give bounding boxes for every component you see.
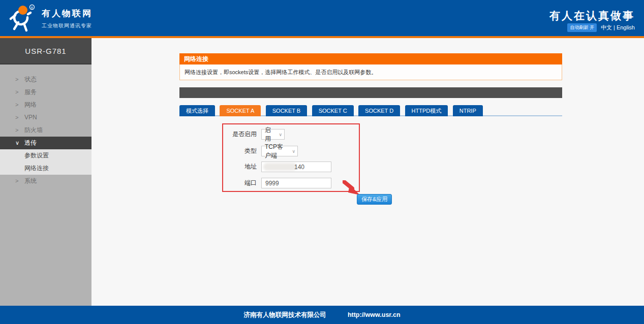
chevron-right-icon: > <box>15 111 24 124</box>
header-accent-strip <box>0 36 644 38</box>
tab-httpd-mode[interactable]: HTTPD模式 <box>405 105 448 116</box>
tab-ntrip[interactable]: NTRIP <box>453 105 483 116</box>
sidebar-item-parameter-settings[interactable]: 参数设置 <box>0 149 91 162</box>
device-name: USR-G781 <box>0 38 91 64</box>
sidebar-item-services[interactable]: >服务 <box>0 86 91 99</box>
annotation-rectangle: 是否启用 启用 ∨ 类型 TCP客户端 ∨ 地址 140 端口 <box>222 123 360 192</box>
chevron-right-icon: > <box>15 73 24 86</box>
logo: R 有人物联网 工业物联网通讯专家 <box>7 3 93 34</box>
tab-socket-d[interactable]: SOCKET D <box>358 105 400 116</box>
type-select[interactable]: TCP客户端 ∨ <box>261 146 298 156</box>
tab-mode-select[interactable]: 模式选择 <box>179 105 215 116</box>
language-switch[interactable]: 中文 | English <box>601 24 635 31</box>
footer-url: http://www.usr.cn <box>348 311 401 318</box>
chevron-right-icon: > <box>15 86 24 99</box>
page-description: 网络连接设置，即sockets设置，选择网络工作模式、是否启用以及联网参数。 <box>179 64 562 80</box>
tab-socket-a[interactable]: SOCKET A <box>220 105 261 116</box>
top-header: R 有人物联网 工业物联网通讯专家 有人在认真做事 自动刷新 开 中文 | En… <box>0 0 644 36</box>
logo-subtitle: 工业物联网通讯专家 <box>42 22 93 29</box>
chevron-down-icon: ∨ <box>279 132 282 137</box>
tab-socket-b[interactable]: SOCKET B <box>266 105 307 116</box>
enable-label: 是否启用 <box>223 130 257 139</box>
logo-title: 有人物联网 <box>42 8 93 19</box>
port-label: 端口 <box>223 179 257 187</box>
usr-logo-icon: R <box>7 3 37 34</box>
svg-text:R: R <box>31 6 34 9</box>
header-slogan: 有人在认真做事 <box>549 9 635 23</box>
page-title: 网络连接 <box>179 53 562 64</box>
chevron-right-icon: > <box>15 124 24 137</box>
sidebar-item-system[interactable]: >系统 <box>0 175 91 187</box>
port-input[interactable] <box>262 178 331 188</box>
sidebar-item-network[interactable]: >网络 <box>0 99 91 111</box>
blur-mask <box>263 163 297 171</box>
sidebar-item-vpn[interactable]: >VPN <box>0 111 91 124</box>
address-label: 地址 <box>223 163 257 171</box>
footer-company: 济南有人物联网技术有限公司 <box>243 311 326 319</box>
sidebar-menu: >状态 >服务 >网络 >VPN >防火墙 ∨透传 参数设置 网络连接 >系统 <box>0 64 91 187</box>
chevron-down-icon: ∨ <box>292 149 295 154</box>
socket-tabs: 模式选择 SOCKET A SOCKET B SOCKET C SOCKET D… <box>179 105 562 116</box>
address-field[interactable]: 140 <box>261 161 331 172</box>
sidebar-item-firewall[interactable]: >防火墙 <box>0 124 91 137</box>
sidebar: USR-G781 >状态 >服务 >网络 >VPN >防火墙 ∨透传 参数设置 … <box>0 38 91 306</box>
footer: 济南有人物联网技术有限公司 http://www.usr.cn <box>0 306 644 324</box>
sidebar-item-transparent-transmission[interactable]: ∨透传 <box>0 137 91 149</box>
chevron-right-icon: > <box>15 99 24 111</box>
port-field-wrap <box>261 178 331 188</box>
sidebar-item-status[interactable]: >状态 <box>0 73 91 86</box>
enable-select[interactable]: 启用 ∨ <box>261 129 285 140</box>
chevron-down-icon: ∨ <box>15 137 24 149</box>
tab-socket-c[interactable]: SOCKET C <box>312 105 354 116</box>
toolbar-bar <box>179 87 562 98</box>
auto-refresh-toggle[interactable]: 自动刷新 开 <box>567 23 597 32</box>
type-label: 类型 <box>223 147 257 155</box>
save-apply-button[interactable]: 保存&应用 <box>357 194 392 205</box>
chevron-right-icon: > <box>15 175 24 187</box>
sidebar-item-network-connection[interactable]: 网络连接 <box>0 162 91 175</box>
